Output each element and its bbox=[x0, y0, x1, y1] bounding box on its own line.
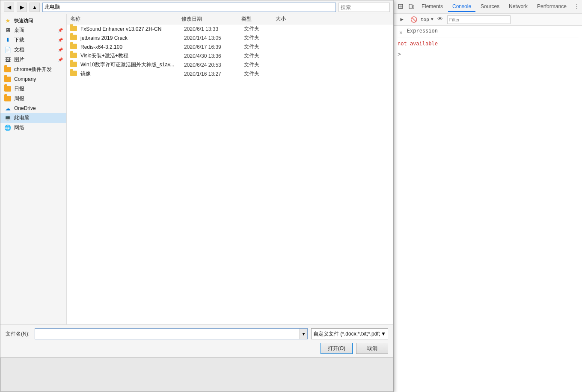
folder-chrome-icon bbox=[4, 66, 12, 73]
folder-icon bbox=[70, 71, 78, 77]
col-header-size[interactable]: 大小 bbox=[276, 15, 301, 23]
file-date: 2020/4/30 13:36 bbox=[184, 53, 244, 59]
file-date: 2020/6/17 16:39 bbox=[184, 44, 244, 50]
filter-input[interactable] bbox=[447, 15, 511, 24]
document-icon: 📄 bbox=[4, 47, 12, 53]
open-button[interactable]: 打开(O) bbox=[321, 343, 353, 354]
search-input[interactable] bbox=[339, 3, 390, 12]
sidebar-item-documents[interactable]: 📄 文档 📌 bbox=[0, 45, 66, 55]
block-icon[interactable]: 🚫 bbox=[409, 15, 419, 25]
cancel-button[interactable]: 取消 bbox=[356, 343, 388, 354]
devtools-toolbar-right: ⋮ bbox=[572, 2, 582, 12]
svg-rect-4 bbox=[413, 6, 414, 9]
buttons-row: 打开(O) 取消 bbox=[6, 343, 388, 354]
star-icon: ★ bbox=[4, 17, 12, 24]
table-row[interactable]: FxSound Enhancer v13.027 ZH-CN 2020/6/1 … bbox=[67, 24, 393, 33]
sidebar-item-downloads[interactable]: ⬇ 下载 📌 bbox=[0, 35, 66, 45]
bottom-area bbox=[0, 357, 393, 392]
filetype-select[interactable]: 自定义文件 (*.docx;*.txt;*.pdf; ▼ bbox=[311, 328, 388, 339]
col-header-name[interactable]: 名称 bbox=[70, 15, 181, 23]
file-name: Win10数字许可证激活国外大神版_s1av... bbox=[80, 61, 184, 68]
devtools-subbar: ▶ 🚫 top ▼ 👁 bbox=[394, 14, 582, 26]
devtools-panel: Elements Console Sources Network Perform… bbox=[394, 0, 582, 392]
sidebar-item-network[interactable]: 🌐 网络 bbox=[0, 123, 66, 133]
file-type: 文件夹 bbox=[244, 34, 278, 42]
tab-performance[interactable]: Performance bbox=[533, 2, 571, 12]
not-available-text: not available bbox=[398, 41, 438, 47]
file-date: 2020/1/14 13:05 bbox=[184, 35, 244, 41]
top-select-row: top ▼ bbox=[421, 17, 434, 22]
sidebar-item-onedrive[interactable]: ☁ OneDrive bbox=[0, 104, 66, 113]
sidebar-item-pictures[interactable]: 🖼 图片 📌 bbox=[0, 55, 66, 65]
devtools-toolbar: Elements Console Sources Network Perform… bbox=[394, 0, 582, 14]
sidebar: ★ 快速访问 🖥 桌面 📌 ⬇ 下载 📌 📄 文档 📌 🖼 图片 � bbox=[0, 14, 67, 324]
up-button[interactable]: ▲ bbox=[30, 3, 40, 12]
top-arrow: ▼ bbox=[431, 17, 434, 22]
eye-icon[interactable]: 👁 bbox=[435, 15, 445, 25]
folder-icon bbox=[70, 44, 78, 50]
expression-row: ✕ Expression bbox=[398, 27, 579, 38]
tab-console[interactable]: Console bbox=[448, 2, 475, 12]
file-date: 2020/6/24 20:53 bbox=[184, 62, 244, 68]
close-expression-button[interactable]: ✕ bbox=[398, 28, 404, 37]
table-row[interactable]: jetbrains 2019 Crack 2020/1/14 13:05 文件夹 bbox=[67, 33, 393, 42]
pin-icon-4: 📌 bbox=[58, 57, 63, 62]
sidebar-item-weekly[interactable]: 周报 bbox=[0, 94, 66, 104]
col-header-date[interactable]: 修改日期 bbox=[181, 15, 241, 23]
folder-icon bbox=[70, 62, 78, 68]
filename-label: 文件名(N): bbox=[6, 330, 31, 338]
col-header-type[interactable]: 类型 bbox=[241, 15, 276, 23]
file-name: jetbrains 2019 Crack bbox=[80, 35, 184, 41]
folder-icon bbox=[70, 53, 78, 59]
tab-elements[interactable]: Elements bbox=[417, 2, 447, 12]
pin-icon: 📌 bbox=[58, 28, 63, 33]
run-icon[interactable]: ▶ bbox=[397, 15, 407, 25]
sidebar-item-company[interactable]: Company bbox=[0, 74, 66, 84]
tab-network[interactable]: Network bbox=[505, 2, 532, 12]
forward-button[interactable]: ▶ bbox=[17, 3, 27, 12]
table-row[interactable]: Visio安装+激活+教程 2020/4/30 13:36 文件夹 bbox=[67, 51, 393, 60]
top-label: top bbox=[421, 17, 429, 22]
file-name: 镜像 bbox=[80, 70, 184, 77]
sidebar-item-desktop[interactable]: 🖥 桌面 📌 bbox=[0, 25, 66, 35]
pin-icon-3: 📌 bbox=[58, 48, 63, 52]
file-name: FxSound Enhancer v13.027 ZH-CN bbox=[80, 26, 184, 32]
file-list-header: 名称 修改日期 类型 大小 bbox=[67, 14, 393, 24]
sidebar-item-quick-access: ★ 快速访问 bbox=[0, 16, 66, 25]
onedrive-icon: ☁ bbox=[4, 105, 12, 112]
filename-row: 文件名(N): ▼ 自定义文件 (*.docx;*.txt;*.pdf; ▼ bbox=[6, 328, 388, 339]
tab-sources[interactable]: Sources bbox=[476, 2, 504, 12]
file-name: Visio安装+激活+教程 bbox=[80, 52, 184, 59]
expression-label: Expression bbox=[407, 28, 438, 34]
nav-row: ◀ ▶ ▲ 此电脑 bbox=[0, 0, 393, 14]
more-tools-icon[interactable]: ⋮ bbox=[572, 2, 582, 12]
file-area: 名称 修改日期 类型 大小 FxSound Enhancer v13.027 Z… bbox=[67, 14, 393, 324]
sidebar-item-daily[interactable]: 日报 bbox=[0, 84, 66, 94]
computer-icon: 💻 bbox=[4, 115, 12, 122]
table-row[interactable]: Redis-x64-3.2.100 2020/6/17 16:39 文件夹 bbox=[67, 42, 393, 51]
back-button[interactable]: ◀ bbox=[4, 3, 14, 12]
table-row[interactable]: Win10数字许可证激活国外大神版_s1av... 2020/6/24 20:5… bbox=[67, 60, 393, 69]
console-prompt-row: > bbox=[398, 51, 579, 58]
file-type: 文件夹 bbox=[244, 43, 278, 50]
table-row[interactable]: 镜像 2020/1/16 13:27 文件夹 bbox=[67, 69, 393, 78]
file-dialog: ◀ ▶ ▲ 此电脑 ★ 快速访问 🖥 桌面 📌 ⬇ 下载 📌 bbox=[0, 0, 394, 392]
sidebar-item-this-pc[interactable]: 💻 此电脑 bbox=[0, 113, 66, 123]
filename-input-wrapper: ▼ bbox=[35, 328, 308, 339]
desktop-icon: 🖥 bbox=[4, 27, 12, 34]
dialog-bottom: 文件名(N): ▼ 自定义文件 (*.docx;*.txt;*.pdf; ▼ 打… bbox=[0, 324, 393, 357]
file-type: 文件夹 bbox=[244, 61, 278, 68]
devtools-toolbar-left bbox=[396, 2, 416, 12]
filename-input[interactable] bbox=[35, 329, 300, 339]
file-name: Redis-x64-3.2.100 bbox=[80, 44, 184, 50]
filename-dropdown-button[interactable]: ▼ bbox=[300, 329, 307, 339]
breadcrumb[interactable]: 此电脑 bbox=[42, 3, 336, 12]
folder-icon bbox=[70, 35, 78, 42]
folder-company-icon bbox=[4, 76, 12, 83]
cursor-icon-btn[interactable] bbox=[396, 2, 406, 12]
file-dialog-content: ★ 快速访问 🖥 桌面 📌 ⬇ 下载 📌 📄 文档 📌 🖼 图片 � bbox=[0, 14, 393, 324]
device-icon-btn[interactable] bbox=[406, 2, 416, 12]
sidebar-item-chrome[interactable]: chrome插件开发 bbox=[0, 65, 66, 74]
svg-rect-0 bbox=[398, 4, 403, 9]
console-chevron: > bbox=[398, 51, 401, 58]
